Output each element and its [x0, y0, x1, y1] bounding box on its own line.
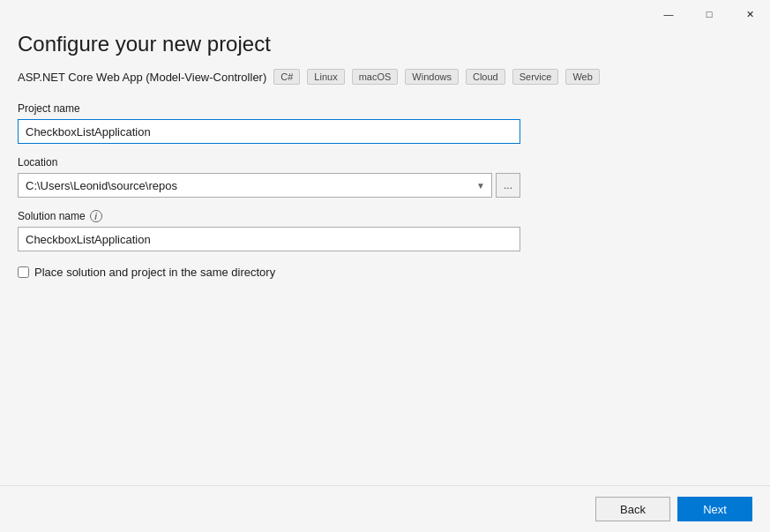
tag-web: Web — [565, 69, 599, 85]
tag-windows: Windows — [405, 69, 459, 85]
location-select-wrapper: C:\Users\Leonid\source\repos ▼ — [18, 173, 492, 198]
titlebar: — □ ✕ — [0, 0, 770, 28]
subtitle-row: ASP.NET Core Web App (Model-View-Control… — [18, 69, 752, 85]
project-name-label: Project name — [18, 102, 520, 115]
project-type-label: ASP.NET Core Web App (Model-View-Control… — [18, 71, 266, 84]
close-button[interactable]: ✕ — [729, 0, 770, 28]
same-directory-label[interactable]: Place solution and project in the same d… — [34, 266, 275, 279]
same-directory-checkbox[interactable] — [18, 266, 29, 278]
minimize-button[interactable]: — — [648, 0, 689, 28]
tag-macos: macOS — [352, 69, 399, 85]
tag-linux: Linux — [307, 69, 344, 85]
tag-cloud: Cloud — [466, 69, 505, 85]
location-row: C:\Users\Leonid\source\repos ▼ ... — [18, 173, 520, 198]
back-button[interactable]: Back — [595, 497, 670, 521]
tag-csharp: C# — [273, 69, 300, 85]
solution-name-input[interactable] — [18, 227, 520, 251]
solution-name-label: Solution name — [18, 210, 86, 222]
main-content: Configure your new project ASP.NET Core … — [0, 28, 770, 485]
page-title: Configure your new project — [18, 28, 752, 56]
same-directory-row: Place solution and project in the same d… — [18, 266, 520, 279]
location-label: Location — [18, 156, 520, 169]
footer: Back Next — [0, 485, 770, 532]
info-icon: i — [90, 210, 102, 222]
solution-name-label-row: Solution name i — [18, 210, 520, 222]
next-button[interactable]: Next — [677, 497, 752, 521]
tag-service: Service — [512, 69, 559, 85]
project-form: Project name Location C:\Users\Leonid\so… — [18, 102, 520, 279]
location-select[interactable]: C:\Users\Leonid\source\repos — [18, 173, 492, 198]
project-name-input[interactable] — [18, 119, 520, 144]
maximize-button[interactable]: □ — [689, 0, 729, 28]
browse-button[interactable]: ... — [496, 173, 520, 198]
